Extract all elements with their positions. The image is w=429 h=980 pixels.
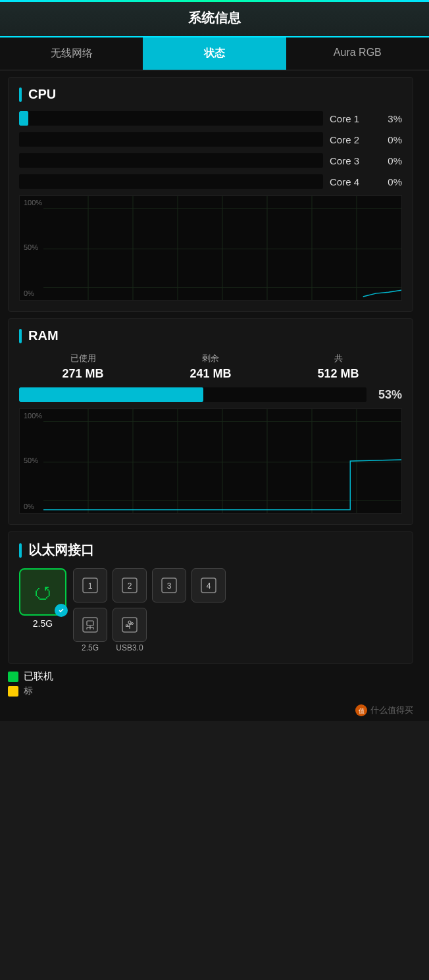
port-usb3[interactable]: USB3.0 — [113, 608, 147, 652]
port-2-5g[interactable]: 2.5G — [73, 608, 107, 652]
port-usb3-icon[interactable] — [113, 608, 147, 642]
port-4-svg: 4 — [199, 576, 218, 595]
title-bar: 系统信息 — [0, 0, 429, 37]
eth-wifi-icon: ⭯ — [34, 581, 52, 603]
ram-chart-label-0: 0% — [24, 502, 34, 510]
port-1-svg: 1 — [81, 576, 99, 595]
ethernet-label: 以太网接口 — [28, 541, 94, 559]
core-2-pct: 0% — [376, 134, 402, 145]
ram-label: RAM — [28, 328, 59, 343]
ram-bar-fill — [19, 387, 203, 402]
ram-title: RAM — [19, 328, 402, 343]
bottom-bar: 值 什么值得买 — [0, 700, 421, 721]
core-1-bar-bg — [19, 111, 323, 126]
cpu-chart-svg — [43, 196, 401, 300]
svg-text:4: 4 — [207, 581, 211, 591]
ethernet-section: 以太网接口 ⭯ 2.5G — [8, 531, 413, 664]
ram-chart: 100% 50% 0% — [19, 408, 402, 514]
ram-used-label: 已使用 — [62, 353, 103, 364]
svg-text:3: 3 — [167, 581, 172, 591]
legend-flag-dot — [8, 686, 18, 697]
core-1-bar-fill — [19, 111, 28, 126]
cpu-label: CPU — [28, 87, 56, 102]
ethernet-title: 以太网接口 — [19, 541, 402, 559]
page-title: 系统信息 — [188, 11, 241, 25]
port-3-icon[interactable]: 3 — [152, 568, 186, 602]
svg-point-31 — [128, 621, 131, 624]
ram-total-value: 512 MB — [317, 367, 359, 381]
watermark-icon: 值 — [355, 704, 368, 717]
core-3-row: Core 3 0% — [19, 153, 402, 168]
ram-total-stat: 共 512 MB — [317, 353, 359, 381]
port-2-svg: 2 — [120, 576, 139, 595]
cpu-section: CPU Core 1 3% Core 2 0% Core 3 0% — [8, 77, 413, 312]
core-4-row: Core 4 0% — [19, 174, 402, 189]
checkmark-icon — [57, 606, 65, 614]
port-1-icon[interactable]: 1 — [73, 568, 107, 602]
ram-bar-bg — [19, 387, 366, 402]
tab-wireless[interactable]: 无线网络 — [0, 37, 143, 70]
tab-rgb[interactable]: Aura RGB — [286, 37, 429, 70]
core-1-label: Core 1 — [330, 113, 376, 124]
eth-main-icon[interactable]: ⭯ — [19, 568, 66, 616]
core-4-pct: 0% — [376, 176, 402, 187]
port-3[interactable]: 3 — [152, 568, 186, 602]
port-3-svg: 3 — [160, 576, 178, 595]
watermark-text: 什么值得买 — [370, 704, 413, 716]
port-2-5g-svg — [81, 616, 99, 634]
watermark: 值 什么值得买 — [355, 704, 413, 717]
svg-text:值: 值 — [359, 708, 365, 714]
legend-row: 已联机 — [8, 670, 413, 683]
ram-chart-label-100: 100% — [24, 412, 42, 420]
eth-connected-badge — [55, 604, 68, 617]
port-2-5g-icon[interactable] — [73, 608, 107, 642]
ram-title-accent — [19, 329, 22, 343]
eth-ports-row1: 1 2 — [73, 568, 402, 602]
eth-ports-row2: 2.5G — [73, 608, 402, 652]
port-2-5g-label: 2.5G — [82, 643, 99, 652]
core-2-row: Core 2 0% — [19, 132, 402, 147]
port-usb3-svg — [120, 616, 139, 634]
cpu-chart-label-100: 100% — [24, 199, 42, 207]
svg-rect-24 — [87, 621, 93, 625]
core-3-bar-bg — [19, 153, 323, 168]
core-4-bar-bg — [19, 174, 323, 189]
cpu-chart-label-50: 50% — [24, 243, 38, 251]
ram-stats-row: 已使用 271 MB 剩余 241 MB 共 512 MB — [19, 353, 402, 381]
cpu-title: CPU — [19, 87, 402, 102]
tab-status[interactable]: 状态 — [143, 37, 286, 70]
core-2-label: Core 2 — [330, 134, 376, 145]
svg-text:2: 2 — [128, 581, 132, 591]
eth-main-label: 2.5G — [33, 618, 53, 629]
core-2-bar-bg — [19, 132, 323, 147]
ram-used-stat: 已使用 271 MB — [62, 353, 103, 381]
eth-grid: ⭯ 2.5G — [19, 568, 402, 652]
core-3-label: Core 3 — [330, 155, 376, 166]
ram-chart-label-50: 50% — [24, 456, 38, 464]
ethernet-title-accent — [19, 543, 22, 558]
ram-total-label: 共 — [317, 353, 359, 364]
ram-bar-row: 53% — [19, 387, 402, 402]
port-2-icon[interactable]: 2 — [113, 568, 147, 602]
ram-section: RAM 已使用 271 MB 剩余 241 MB 共 512 MB 53% — [8, 318, 413, 525]
ram-remaining-label: 剩余 — [189, 353, 231, 364]
legend-connected-dot — [8, 672, 18, 682]
eth-ports-container: 1 2 — [73, 568, 402, 652]
ram-used-value: 271 MB — [62, 367, 103, 381]
core-4-label: Core 4 — [330, 176, 376, 187]
port-4-icon[interactable]: 4 — [191, 568, 226, 602]
ram-chart-svg — [43, 409, 401, 513]
core-3-pct: 0% — [376, 155, 402, 166]
legend-flag-label: 标 — [24, 685, 33, 697]
cpu-title-accent — [19, 87, 22, 102]
port-2[interactable]: 2 — [113, 568, 147, 602]
ram-remaining-stat: 剩余 241 MB — [189, 353, 231, 381]
cpu-chart: 100% 50% 0% — [19, 195, 402, 301]
main-content: CPU Core 1 3% Core 2 0% Core 3 0% — [0, 70, 429, 721]
svg-rect-23 — [83, 618, 97, 632]
legend-row2: 标 — [8, 685, 413, 697]
port-4[interactable]: 4 — [191, 568, 226, 602]
eth-main-port[interactable]: ⭯ 2.5G — [19, 568, 66, 629]
tabs-bar: 无线网络 状态 Aura RGB — [0, 37, 429, 70]
port-1[interactable]: 1 — [73, 568, 107, 602]
